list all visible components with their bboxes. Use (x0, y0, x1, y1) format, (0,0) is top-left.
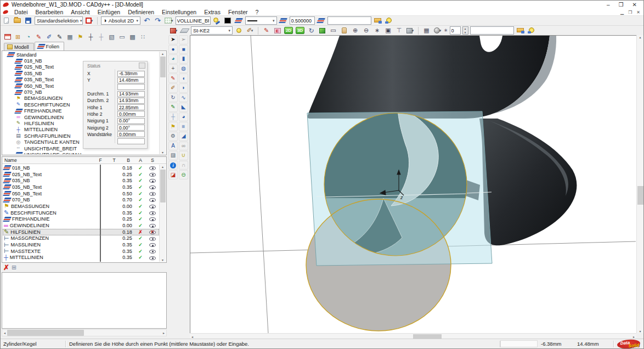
active-check-icon[interactable]: ✓ (138, 249, 143, 254)
status-field-input-neigung-1[interactable] (117, 118, 145, 124)
active-check-icon[interactable]: ✓ (138, 255, 143, 260)
draw-tool-button[interactable]: ✎ (168, 103, 178, 112)
visible-eye-icon[interactable] (149, 250, 156, 254)
pencil-button[interactable]: ✎ (34, 32, 43, 41)
table-row-035_nb_text[interactable]: 035_NB_Text0.35✓ (3, 184, 159, 190)
scroll-up-icon[interactable]: ▴ (639, 35, 641, 39)
pick-tool-button[interactable]: ➢ (179, 35, 188, 44)
active-check-icon[interactable]: ✓ (138, 165, 143, 171)
wedge-left-tool-button[interactable]: ◣ (179, 103, 188, 112)
flag-n-button[interactable]: ⚑ (76, 32, 85, 41)
color-swatch[interactable] (100, 229, 101, 235)
hatch-tool-button[interactable]: ▨ (168, 151, 178, 160)
tree-scrollbar[interactable]: ▴ ▾ (159, 52, 166, 154)
redline-button[interactable]: ✎ (262, 26, 271, 35)
shell-left-tool-button[interactable]: ◖ (179, 74, 188, 83)
status-field-input-blank-2[interactable] (117, 84, 145, 90)
mdi-minimize-button[interactable]: ▁ (620, 10, 624, 15)
step-down-icon[interactable]: ▾ (463, 31, 468, 35)
viewport-vertical-scrollbar[interactable]: ▴ ▾ (636, 35, 643, 333)
scroll-up-icon[interactable]: ▴ (162, 52, 163, 55)
sphere-mode-button[interactable]: ▾ (433, 26, 442, 35)
tree-root[interactable]: Standard (3, 52, 159, 58)
active-check-icon[interactable]: ✓ (138, 197, 143, 202)
shaded-view-button[interactable] (318, 26, 327, 35)
status-field-input-y[interactable] (117, 77, 145, 83)
zoom-all-button[interactable]: ∗ (372, 26, 382, 35)
scroll-thumb[interactable] (160, 170, 166, 202)
erase-tool-button[interactable]: ◪ (168, 170, 178, 179)
mdi-close-button[interactable]: ✕ (636, 10, 640, 15)
union-tool-button[interactable]: ∪ (179, 151, 188, 160)
visible-eye-icon[interactable] (149, 237, 156, 241)
tree-item-unsichtbare_schmal[interactable]: UNSICHTBARE_SCHMAL (3, 151, 159, 154)
coordinate-mode-combo[interactable]: ◑ Absolut 2D ▾ (101, 16, 140, 25)
visible-eye-icon[interactable] (149, 179, 156, 183)
zoom-in-button[interactable]: ⊕ (351, 26, 360, 35)
zoom-out-button[interactable]: ⊖ (361, 26, 371, 35)
inactive-x-icon[interactable]: ✗ (138, 229, 143, 235)
box-3d-button[interactable]: ▧ (107, 32, 116, 41)
select-tool-button[interactable]: ➤ (168, 35, 178, 44)
tab-modell[interactable]: Modell (4, 43, 34, 50)
solid-box-button[interactable]: ▩ (128, 32, 137, 41)
scroll-up-icon[interactable]: ▴ (162, 165, 163, 168)
scroll-thumb[interactable] (637, 186, 643, 205)
active-check-icon[interactable]: ✓ (138, 223, 143, 228)
minimize-button[interactable]: – (607, 2, 610, 8)
tab-folien[interactable]: Folien (35, 42, 65, 50)
color-swatch[interactable] (100, 261, 101, 262)
visible-eye-icon[interactable] (149, 217, 156, 221)
panel-horizontal-scrollbar[interactable]: ◂ ▸ (2, 329, 167, 336)
grid-settings-button[interactable]: ▾ (164, 16, 174, 25)
info-tool-button[interactable]: i (168, 161, 178, 170)
status-field-input-neigung-2[interactable] (117, 125, 145, 131)
apply-linestyle-button[interactable] (279, 16, 288, 25)
table-row-018_nb[interactable]: 018_NB0.18✓ (3, 165, 159, 171)
active-check-icon[interactable]: ✓ (138, 235, 143, 241)
color-swatch[interactable] (100, 171, 101, 178)
scroll-left-icon[interactable]: ◂ (190, 335, 195, 339)
table-row-050_nb_text[interactable]: 050_NB_Text0.50✓ (3, 190, 159, 197)
flag-tool-button[interactable]: ⚑ (168, 122, 178, 131)
menu-?[interactable]: ? (252, 9, 263, 16)
fillet-tool-button[interactable]: ◕ (179, 112, 188, 122)
new-file-button[interactable] (2, 16, 11, 25)
active-check-icon[interactable]: ✓ (138, 210, 143, 216)
scroll-thumb[interactable] (160, 57, 166, 77)
menu-fenster[interactable]: Fenster (224, 9, 252, 16)
cylinder-solid-tool-button[interactable]: ▮ (179, 54, 188, 64)
save-file-button[interactable] (24, 16, 33, 25)
table-row-025_nb_text[interactable]: 025_NB_Text0.25✓ (3, 171, 159, 178)
table-row-schraffurlinien[interactable]: ▤SCHRAFFURLINIEN0.00✓ (3, 261, 159, 262)
visible-eye-icon[interactable] (149, 192, 156, 196)
orbit-tool-button[interactable]: ◕ (168, 54, 178, 64)
visible-eye-icon[interactable] (149, 224, 156, 228)
settings-tool-button[interactable]: ⚙ (168, 132, 178, 141)
color-swatch[interactable] (100, 254, 101, 261)
active-check-icon[interactable]: ✓ (138, 184, 143, 190)
status-field-input-h-he-1[interactable] (117, 104, 145, 110)
eraser-button[interactable]: E (273, 26, 282, 35)
active-check-icon[interactable]: ✓ (138, 191, 143, 196)
copy-button[interactable]: ⊞ (13, 32, 22, 41)
raster-button[interactable]: ∷ (138, 32, 148, 41)
apply-color-button[interactable] (234, 16, 244, 25)
count-input[interactable] (450, 26, 461, 35)
zoom-window-button[interactable]: ▭ (329, 26, 338, 35)
table-scrollbar[interactable]: ▴ ▾ (159, 165, 166, 262)
scroll-down-icon[interactable]: ▾ (162, 258, 163, 262)
pan-button[interactable] (340, 26, 349, 35)
column-s[interactable]: S (146, 157, 159, 163)
selection-mode-combo[interactable]: Standardselektion ▾ (35, 16, 83, 25)
attribute-name-input[interactable] (327, 16, 371, 25)
status-field-input-h-he-2[interactable] (117, 111, 145, 117)
snap-tool-button[interactable]: ┼ (168, 112, 178, 122)
count-stepper[interactable]: ▴▾ (462, 26, 468, 35)
color-swatch[interactable] (100, 241, 101, 248)
sphere-view-tool-button[interactable]: ● (168, 45, 178, 54)
wedge-right-tool-button[interactable]: ◢ (179, 132, 188, 141)
menu-einfgen[interactable]: Einfügen (94, 9, 124, 16)
column-a[interactable]: A (135, 157, 146, 163)
menu-definieren[interactable]: Definieren (124, 9, 158, 16)
